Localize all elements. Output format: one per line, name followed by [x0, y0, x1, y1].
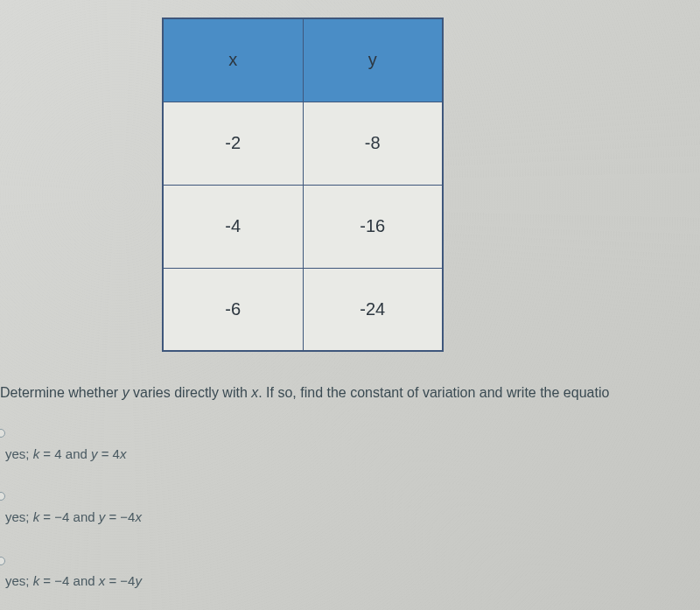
radio-option-2[interactable] [0, 492, 5, 501]
cell-x: -4 [163, 185, 303, 268]
cell-x: -2 [163, 102, 303, 185]
question-text: Determine whether y varies directly with… [0, 385, 609, 401]
radio-option-3[interactable] [0, 557, 5, 565]
answer-option-3[interactable]: yes; k = −4 and x = −4y [5, 573, 142, 588]
table-row: -2 -8 [163, 102, 443, 185]
table-row: -4 -16 [163, 185, 443, 268]
table-row: -6 -24 [163, 268, 443, 351]
cell-x: -6 [163, 268, 303, 351]
cell-y: -24 [303, 268, 443, 351]
data-table: x y -2 -8 -4 -16 -6 -24 [162, 18, 444, 352]
answer-option-2[interactable]: yes; k = −4 and y = −4x [5, 509, 142, 524]
table-header-x: x [163, 18, 303, 102]
answer-option-1[interactable]: yes; k = 4 and y = 4x [5, 446, 126, 461]
table-header-y: y [303, 18, 443, 102]
radio-option-1[interactable] [0, 429, 5, 438]
cell-y: -16 [303, 185, 443, 268]
cell-y: -8 [303, 102, 443, 185]
